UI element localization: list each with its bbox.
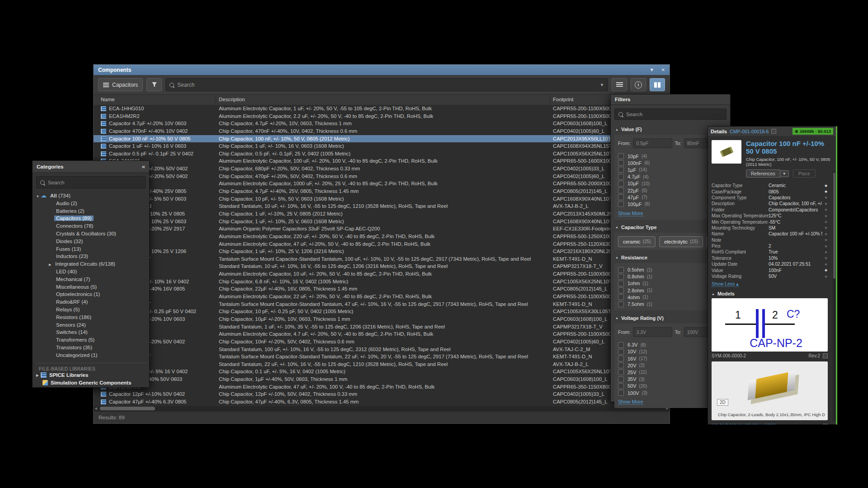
property-row[interactable]: Pins2★ — [712, 243, 828, 249]
sidebar-item-inductors[interactable]: Inductors (23) — [33, 253, 149, 260]
table-row[interactable]: Capacitor 47µF +/-40% 6.3V 0805Chip Capa… — [94, 398, 670, 406]
property-row[interactable]: Max Operating Temperature125°C★ — [712, 213, 828, 219]
property-row[interactable]: Case/Package0805★ — [712, 188, 828, 194]
sidebar-item-miscellaneous[interactable]: Miscellaneous (5) — [33, 283, 149, 291]
info-button[interactable]: i — [631, 78, 646, 91]
categories-search-input[interactable]: Search — [36, 176, 146, 188]
library-item-simulation-generic[interactable]: Simulation Generic Components — [33, 379, 149, 387]
sidebar-item-optoelectronics[interactable]: Optoelectronics (1) — [33, 291, 149, 298]
sidebar-item-radio-rf[interactable]: Radio&RF (4) — [33, 298, 149, 306]
table-row[interactable]: ECA1HM2R2Aluminum Electrolytic Capacitor… — [94, 113, 670, 120]
library-item-spice[interactable]: ▶SPICE Libraries — [33, 371, 149, 379]
checkbox[interactable] — [618, 390, 624, 396]
window-titlebar[interactable]: Components ▼ ✕ — [94, 65, 670, 75]
sidebar-item-batteries[interactable]: Batteries (2) — [33, 207, 149, 215]
filters-search-input[interactable]: Search — [614, 108, 726, 120]
checkbox[interactable] — [618, 153, 624, 159]
2d-view-badge[interactable]: 2D — [717, 399, 728, 406]
checkbox[interactable] — [618, 294, 624, 300]
collapse-panel-icon[interactable]: « — [142, 163, 145, 170]
filter-tag-electrolytic[interactable]: electrolytic(15) — [659, 236, 703, 247]
range-from-input[interactable]: 3.3V — [633, 327, 672, 337]
table-row[interactable]: Capacitor 0.5 pF +/- 0.1pF 25 V 0402Chip… — [94, 150, 670, 158]
favorite-star-icon[interactable]: ★ — [822, 250, 828, 254]
scroll-left-icon[interactable]: ◀ — [94, 407, 98, 410]
symbol-preview[interactable]: 1 2 C? CAP-NP-2 — [712, 298, 828, 352]
references-button[interactable]: References ▼ — [746, 169, 789, 178]
collapse-caret-icon[interactable]: ▴ — [778, 423, 780, 425]
property-row[interactable]: FolderComponents\Capacitors★ — [712, 207, 828, 213]
checkbox[interactable] — [618, 362, 624, 368]
search-history-chevron-icon[interactable]: ▼ — [600, 83, 604, 87]
property-row[interactable]: Tolerance10%★ — [712, 255, 828, 261]
table-row[interactable]: Capacitor 4.7µF +/-40% 25V 0805Chip Capa… — [94, 188, 670, 195]
category-root[interactable]: ▼☁All (734) — [33, 192, 149, 200]
filter-tag-ceramic[interactable]: ceramic(25) — [618, 236, 656, 247]
favorite-star-icon[interactable]: ★ — [822, 207, 828, 212]
search-input[interactable]: Search ▼ — [165, 78, 608, 91]
checkbox[interactable] — [618, 167, 624, 173]
table-row[interactable]: Capacitor 10 pF +/- 0.25 pF 50 V 0402Chi… — [94, 308, 670, 315]
table-row[interactable]: ECA-2AM470Aluminum Electrolytic Capacito… — [94, 383, 670, 391]
property-row[interactable]: Component TypeCapacitors★ — [712, 195, 828, 201]
table-row[interactable]: TAJB105K035RStandard Tantalum, 1 uF, +/-… — [94, 323, 670, 331]
place-button[interactable]: Place — [793, 169, 816, 178]
part-choice-header[interactable]: 1/3 CAPC2013X95X50LL10T25▴Rev.1 — [712, 423, 828, 425]
property-row[interactable]: DescriptionChip Capacitor, 100 nF, +/- 1… — [712, 201, 828, 206]
checkbox[interactable] — [618, 369, 624, 375]
checkbox[interactable] — [618, 301, 624, 307]
property-row[interactable]: Min Operating Temperature-55°C★ — [712, 219, 828, 225]
table-row[interactable]: ECA-2AM101Aluminum Electrolytic Capacito… — [94, 157, 670, 165]
checkbox[interactable] — [618, 356, 624, 361]
sidebar-item-uncategorized[interactable]: Uncategorized (1) — [33, 352, 149, 359]
table-row[interactable]: ECA-1HM470Aluminum Electrolytic Capacito… — [94, 240, 670, 248]
column-header-footprint[interactable]: Footprint — [553, 97, 573, 102]
table-row[interactable]: Capacitor 1 uF +/- 10% 25 V 0603Chip Cap… — [94, 218, 670, 225]
column-header-description[interactable]: Description — [219, 97, 245, 102]
property-row[interactable]: Mounting TechnologySM★ — [712, 225, 828, 231]
range-from-input[interactable]: 0.5pF — [633, 138, 672, 148]
list-view-button[interactable] — [612, 78, 627, 91]
table-row[interactable]: Capacitor 6.8nF +/- 10% 16 V 0402Chip Ca… — [94, 278, 670, 286]
favorite-star-icon[interactable]: ★ — [822, 220, 828, 224]
table-row[interactable]: Capacitor 0.1 uF +/- 5% 16 V 0402Chip Ca… — [94, 368, 670, 375]
checkbox[interactable] — [618, 342, 624, 348]
property-row[interactable]: Note★ — [712, 237, 828, 243]
component-checkbox[interactable] — [771, 129, 776, 134]
table-row[interactable]: Capacitor 100 nF +/-10% 50 V 0805Chip Ca… — [94, 135, 670, 143]
table-row[interactable]: ECA-1HM100Aluminum Electrolytic Capacito… — [94, 270, 670, 278]
property-row[interactable]: NameCapacitor 100 nF +/-10% 50 V 0805★ — [712, 231, 828, 237]
favorite-star-icon[interactable]: ★ — [822, 232, 828, 236]
symbol-checkbox[interactable] — [823, 353, 828, 358]
close-icon[interactable]: ✕ — [661, 67, 665, 72]
table-row[interactable]: Capacitor 33µF +/-20% 25V 2917Aluminum O… — [94, 225, 670, 233]
category-dropdown-button[interactable]: Capacitors — [98, 78, 143, 91]
sidebar-item-mechanical[interactable]: Mechanical (7) — [33, 276, 149, 283]
table-row[interactable]: Capacitor 680pF +/-20% 50V 0402Chip Capa… — [94, 165, 670, 173]
sidebar-item-resistors[interactable]: Resistors (186) — [33, 314, 149, 321]
favorite-star-icon[interactable]: ★ — [822, 189, 828, 194]
table-row[interactable]: Capacitor 1 uF +/- 10% 25 V 1206Chip Cap… — [94, 248, 670, 255]
table-row[interactable]: ECA-1HHG010Aluminum Electrolytic Capacit… — [94, 105, 670, 113]
filter-funnel-button[interactable] — [146, 78, 162, 91]
checkbox[interactable] — [618, 383, 624, 389]
checkbox[interactable] — [618, 281, 624, 286]
caret-right-icon[interactable]: ▶ — [36, 371, 41, 379]
details-scrollbar[interactable] — [833, 172, 836, 421]
favorite-star-icon[interactable]: ★ — [822, 202, 828, 206]
footprint-preview[interactable]: 2D Chip Capacitor, 2-Leads, Body 2.10x1.… — [712, 361, 828, 420]
details-tab[interactable]: Details — [711, 129, 727, 134]
favorite-star-icon[interactable]: ★ — [822, 183, 828, 188]
details-panel-toggle-button[interactable] — [650, 78, 665, 91]
scrollbar-thumb[interactable] — [100, 407, 155, 410]
table-row[interactable]: TAJB106K016RStandard Tantalum, 10 uF, +/… — [94, 263, 670, 270]
checkbox[interactable] — [618, 174, 624, 180]
checkbox[interactable] — [618, 188, 624, 193]
checkbox[interactable] — [823, 424, 828, 425]
table-row[interactable]: TAJC107K016RStandard Tantalum, 100 uF, +… — [94, 346, 670, 353]
sidebar-item-crystals-oscillators[interactable]: Crystals & Oscillators (30) — [33, 230, 149, 238]
favorite-star-icon[interactable]: ★ — [822, 244, 828, 249]
favorite-star-icon[interactable]: ★ — [822, 268, 828, 272]
table-row[interactable]: Capacitor 4.7µF +/-20% 10V 0603Chip Capa… — [94, 120, 670, 127]
table-row[interactable]: Capacitor 10nF +/-20% 50V 0402Chip Capac… — [94, 338, 670, 346]
